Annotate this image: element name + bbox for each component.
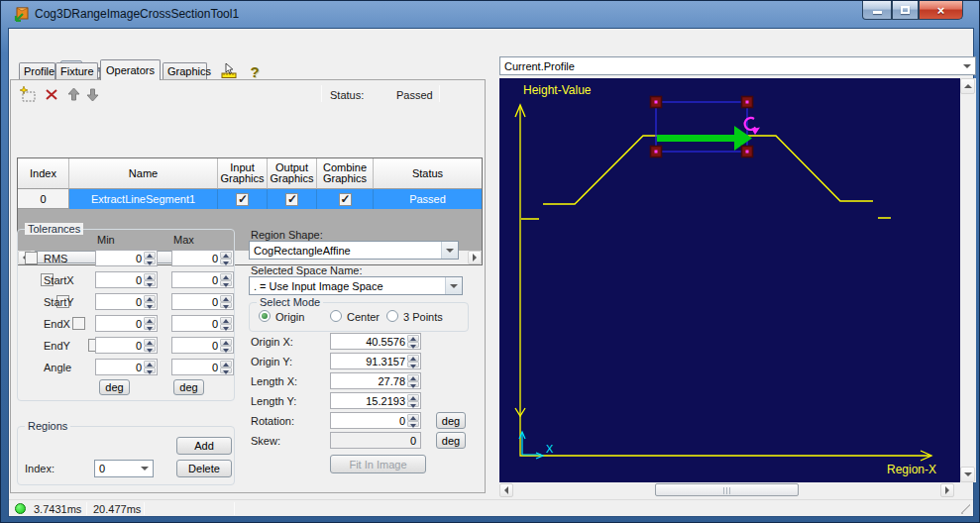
selected-space-select[interactable]: . = Use Input Image Space — [249, 276, 463, 295]
col-index[interactable]: Index — [18, 158, 69, 189]
rotation-deg-button[interactable]: deg — [436, 412, 466, 429]
chart-vertical-scrollbar[interactable] — [960, 78, 976, 482]
endx-max-input[interactable]: 0 — [171, 315, 234, 332]
spin-down-icon[interactable] — [144, 259, 156, 265]
maximize-button[interactable] — [892, 1, 919, 20]
help-icon[interactable]: ? — [245, 61, 265, 81]
spin-down-icon[interactable] — [220, 280, 232, 287]
move-up-icon[interactable] — [67, 88, 80, 103]
scroll-down-icon[interactable] — [960, 467, 975, 482]
skew-deg-button[interactable]: deg — [436, 432, 466, 449]
angle-min-input[interactable]: 0 — [95, 359, 158, 375]
cell-input-graphics[interactable] — [218, 189, 268, 209]
spin-down-icon[interactable] — [220, 302, 232, 309]
spin-up-icon[interactable] — [220, 295, 232, 302]
cell-status[interactable]: Passed — [374, 189, 482, 209]
region-rectangle[interactable] — [656, 102, 747, 152]
startx-min-input[interactable]: 0 — [95, 271, 158, 288]
scrollbar-thumb[interactable] — [655, 483, 799, 496]
cell-combine-graphics[interactable] — [317, 189, 374, 209]
scroll-up-icon[interactable] — [960, 78, 975, 94]
scroll-left-icon[interactable] — [499, 483, 513, 497]
starty-max-input[interactable]: 0 — [171, 293, 234, 310]
spin-down-icon[interactable] — [220, 367, 232, 374]
edit-controls-icon[interactable] — [219, 61, 239, 81]
output-graphics-checkbox[interactable] — [285, 193, 298, 206]
col-output-graphics[interactable]: Output Graphics — [268, 158, 317, 189]
spin-up-icon[interactable] — [144, 339, 156, 346]
spin-up-icon[interactable] — [407, 394, 419, 401]
spin-up-icon[interactable] — [144, 252, 156, 259]
title-bar[interactable]: Cog3DRangeImageCrossSectionTool1 × — [1, 1, 979, 29]
spin-up-icon[interactable] — [407, 355, 419, 362]
spin-down-icon[interactable] — [407, 381, 419, 388]
spin-down-icon[interactable] — [407, 421, 419, 428]
startx-max-input[interactable]: 0 — [171, 271, 234, 288]
move-down-icon[interactable] — [86, 88, 99, 103]
spin-down-icon[interactable] — [144, 367, 156, 374]
spin-down-icon[interactable] — [144, 346, 156, 353]
spin-down-icon[interactable] — [407, 362, 419, 368]
endy-max-input[interactable]: 0 — [171, 337, 234, 354]
spin-up-icon[interactable] — [407, 414, 419, 421]
endx-min-input[interactable]: 0 — [95, 315, 158, 332]
table-row[interactable]: 0 ExtractLineSegment1 Passed — [18, 189, 482, 209]
spin-up-icon[interactable] — [144, 295, 156, 302]
add-operator-icon[interactable] — [19, 86, 37, 105]
resize-grip[interactable] — [960, 504, 970, 514]
cell-name[interactable]: ExtractLineSegment1 — [69, 189, 218, 209]
spin-up-icon[interactable] — [220, 273, 232, 280]
length-y-input[interactable]: 15.2193 — [330, 392, 421, 409]
cell-output-graphics[interactable] — [268, 189, 317, 209]
profile-chart[interactable]: Height-Value — [499, 78, 960, 482]
fit-in-image-button[interactable]: Fit In Image — [330, 455, 426, 473]
combine-graphics-checkbox[interactable] — [339, 193, 352, 206]
rms-min-input[interactable]: 0 — [95, 250, 158, 266]
display-record-select[interactable]: Current.Profile — [499, 56, 976, 75]
scroll-right-icon[interactable] — [468, 251, 482, 264]
add-region-button[interactable]: Add — [176, 437, 232, 455]
spin-up-icon[interactable] — [220, 317, 232, 324]
spin-up-icon[interactable] — [220, 361, 232, 367]
region-shape-select[interactable]: CogRectangleAffine — [249, 241, 459, 260]
spin-down-icon[interactable] — [144, 324, 156, 331]
rms-checkbox[interactable] — [25, 252, 38, 264]
origin-radio[interactable] — [259, 310, 271, 322]
minimize-button[interactable] — [862, 1, 892, 20]
spin-up-icon[interactable] — [144, 273, 156, 280]
origin-y-input[interactable]: 91.3157 — [330, 353, 421, 369]
region-index-select[interactable]: 0 — [94, 460, 154, 477]
scroll-right-icon[interactable] — [940, 483, 954, 497]
rms-max-input[interactable]: 0 — [171, 250, 234, 266]
cell-index[interactable]: 0 — [18, 189, 69, 209]
spin-up-icon[interactable] — [407, 374, 419, 381]
center-radio[interactable] — [330, 310, 342, 322]
length-x-input[interactable]: 27.78 — [330, 372, 421, 389]
tab-profile[interactable]: Profile — [19, 62, 55, 79]
spin-down-icon[interactable] — [220, 346, 232, 353]
tab-fixture[interactable]: Fixture — [55, 62, 98, 79]
three-points-radio[interactable] — [386, 310, 398, 322]
spin-down-icon[interactable] — [144, 302, 156, 309]
endx-checkbox[interactable] — [72, 317, 85, 330]
spin-down-icon[interactable] — [407, 401, 419, 408]
col-combine-graphics[interactable]: Combine Graphics — [317, 158, 374, 189]
region-direction-arrow[interactable] — [657, 126, 752, 151]
spin-down-icon[interactable] — [220, 324, 232, 331]
spin-down-icon[interactable] — [144, 280, 156, 287]
spin-up-icon[interactable] — [144, 361, 156, 367]
tab-graphics[interactable]: Graphics — [163, 62, 207, 79]
starty-min-input[interactable]: 0 — [95, 293, 158, 310]
angle-max-input[interactable]: 0 — [171, 359, 234, 375]
spin-up-icon[interactable] — [220, 252, 232, 259]
col-input-graphics[interactable]: Input Graphics — [218, 158, 268, 189]
chart-horizontal-scrollbar[interactable] — [499, 483, 954, 497]
min-deg-button[interactable]: deg — [99, 379, 130, 395]
rotation-input[interactable]: 0 — [330, 412, 421, 429]
spin-down-icon[interactable] — [220, 259, 232, 265]
delete-operator-icon[interactable] — [46, 89, 57, 102]
col-status[interactable]: Status — [374, 158, 482, 189]
spin-down-icon[interactable] — [407, 342, 419, 349]
max-deg-button[interactable]: deg — [173, 379, 204, 395]
tab-operators[interactable]: Operators — [100, 59, 161, 80]
